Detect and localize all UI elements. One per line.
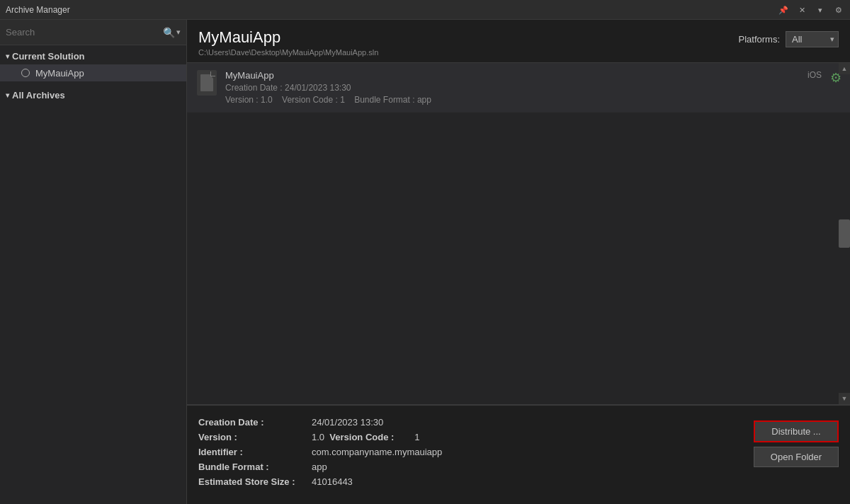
settings-button[interactable]: ⚙ bbox=[833, 4, 844, 16]
archive-item-info: MyMauiApp Creation Date : 24/01/2023 13:… bbox=[225, 70, 840, 105]
archive-file-icon bbox=[197, 70, 217, 96]
pin-button[interactable]: 📌 bbox=[778, 4, 789, 16]
platforms-label: Platforms: bbox=[738, 34, 780, 45]
detail-version-code-value: 1 bbox=[414, 432, 419, 442]
detail-bundle-format-row: Bundle Format : app bbox=[198, 462, 839, 472]
detail-store-size-label: Estimated Store Size : bbox=[198, 476, 312, 487]
archive-item-date: Creation Date : 24/01/2023 13:30 bbox=[225, 83, 840, 93]
detail-creation-date-label: Creation Date : bbox=[198, 417, 312, 428]
archive-creation-label: Creation Date : bbox=[225, 83, 283, 93]
archive-item-name: MyMauiApp bbox=[225, 70, 840, 81]
current-solution-label: Current Solution bbox=[12, 51, 85, 62]
title-bar: Archive Manager 📌 ✕ ▾ ⚙ bbox=[0, 0, 850, 20]
search-box: 🔍 ▾ bbox=[0, 20, 186, 45]
detail-identifier-label: Identifier : bbox=[198, 447, 312, 457]
scroll-up-btn[interactable]: ▲ bbox=[839, 63, 850, 74]
archive-creation-value: 24/01/2023 13:30 bbox=[285, 83, 351, 93]
scroll-up-arrow[interactable]: ▲ ▼ bbox=[839, 63, 850, 404]
action-buttons: Distribute ... Open Folder bbox=[754, 420, 839, 467]
main-subtitle: C:\Users\Dave\Desktop\MyMauiApp\MyMauiAp… bbox=[198, 48, 378, 57]
platforms-control: Platforms: All iOS Android macOS bbox=[738, 31, 839, 47]
detail-identifier-value: com.companyname.mymauiapp bbox=[312, 447, 442, 457]
sidebar-section-current-solution: ▾ Current Solution MyMauiApp bbox=[0, 45, 186, 84]
archive-version-label: Version : bbox=[225, 95, 259, 105]
sidebar-item-mymauiapp-label: MyMauiApp bbox=[35, 68, 84, 79]
detail-store-size-row: Estimated Store Size : 41016443 bbox=[198, 476, 839, 487]
main-content: MyMauiApp C:\Users\Dave\Desktop\MyMauiAp… bbox=[187, 20, 850, 504]
archive-version-code-label: Version Code : bbox=[282, 95, 338, 105]
bottom-section: Creation Date : 24/01/2023 13:30 Version… bbox=[187, 404, 850, 504]
archive-item[interactable]: MyMauiApp Creation Date : 24/01/2023 13:… bbox=[187, 63, 850, 113]
down-arrow-button[interactable]: ▾ bbox=[815, 4, 826, 16]
detail-version-code-label: Version Code : bbox=[329, 432, 414, 442]
detail-creation-date-row: Creation Date : 24/01/2023 13:30 bbox=[198, 417, 839, 428]
open-folder-button[interactable]: Open Folder bbox=[754, 447, 839, 467]
sidebar: 🔍 ▾ ▾ Current Solution MyMauiApp ▾ All A… bbox=[0, 20, 187, 504]
sidebar-section-all-archives: ▾ All Archives bbox=[0, 84, 186, 106]
main-header-left: MyMauiApp C:\Users\Dave\Desktop\MyMauiAp… bbox=[198, 28, 378, 57]
detail-store-size-value: 41016443 bbox=[312, 476, 353, 487]
detail-version-value: 1.0 bbox=[312, 432, 324, 442]
all-archives-label: All Archives bbox=[12, 90, 65, 101]
close-button[interactable]: ✕ bbox=[796, 4, 808, 16]
chevron-down-icon-2: ▾ bbox=[6, 91, 9, 99]
sidebar-item-mymauiapp[interactable]: MyMauiApp bbox=[0, 64, 186, 81]
detail-version-label: Version : bbox=[198, 432, 312, 442]
archive-version-value: 1.0 bbox=[261, 95, 273, 105]
search-icon[interactable]: 🔍 bbox=[163, 27, 175, 38]
main-layout: 🔍 ▾ ▾ Current Solution MyMauiApp ▾ All A… bbox=[0, 20, 850, 504]
main-title: MyMauiApp bbox=[198, 28, 378, 47]
scrollbar-thumb bbox=[839, 219, 850, 248]
current-solution-header[interactable]: ▾ Current Solution bbox=[0, 48, 186, 64]
title-bar-controls: 📌 ✕ ▾ ⚙ bbox=[775, 0, 850, 20]
archive-bundle-value: app bbox=[417, 95, 431, 105]
detail-bundle-format-label: Bundle Format : bbox=[198, 462, 312, 472]
archive-item-platform: iOS bbox=[808, 70, 822, 80]
title-bar-text: Archive Manager bbox=[6, 5, 844, 15]
archive-bundle-label: Bundle Format : bbox=[354, 95, 414, 105]
search-dropdown-icon[interactable]: ▾ bbox=[176, 28, 181, 37]
app-icon bbox=[20, 67, 31, 79]
archive-version-code-value: 1 bbox=[340, 95, 345, 105]
platforms-select-wrapper: All iOS Android macOS bbox=[786, 31, 839, 47]
detail-bundle-format-value: app bbox=[312, 462, 327, 472]
archive-list[interactable]: MyMauiApp Creation Date : 24/01/2023 13:… bbox=[187, 63, 850, 404]
scroll-down-btn[interactable]: ▼ bbox=[839, 393, 850, 404]
distribute-button[interactable]: Distribute ... bbox=[754, 420, 839, 442]
search-input[interactable] bbox=[6, 27, 163, 38]
main-header: MyMauiApp C:\Users\Dave\Desktop\MyMauiAp… bbox=[187, 20, 850, 63]
detail-version-row: Version : 1.0 Version Code : 1 bbox=[198, 432, 839, 442]
archive-item-meta: Version : 1.0 Version Code : 1 Bundle Fo… bbox=[225, 95, 840, 105]
details-panel: Creation Date : 24/01/2023 13:30 Version… bbox=[187, 405, 850, 504]
detail-identifier-row: Identifier : com.companyname.mymauiapp bbox=[198, 447, 839, 457]
all-archives-header[interactable]: ▾ All Archives bbox=[0, 87, 186, 103]
detail-creation-date-value: 24/01/2023 13:30 bbox=[312, 417, 383, 428]
chevron-down-icon: ▾ bbox=[6, 52, 9, 60]
platforms-select[interactable]: All iOS Android macOS bbox=[786, 31, 839, 47]
